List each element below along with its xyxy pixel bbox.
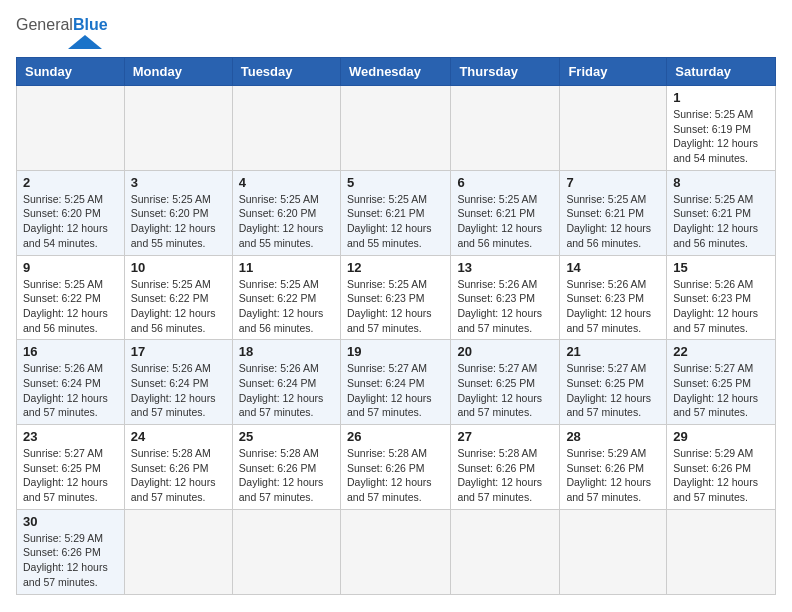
day-cell: 17Sunrise: 5:26 AM Sunset: 6:24 PM Dayli…	[124, 340, 232, 425]
day-cell: 5Sunrise: 5:25 AM Sunset: 6:21 PM Daylig…	[340, 170, 450, 255]
day-info: Sunrise: 5:25 AM Sunset: 6:20 PM Dayligh…	[239, 192, 334, 251]
day-cell	[124, 86, 232, 171]
day-number: 29	[673, 429, 769, 444]
header: GeneralBlue	[16, 16, 776, 49]
day-number: 6	[457, 175, 553, 190]
day-info: Sunrise: 5:27 AM Sunset: 6:25 PM Dayligh…	[566, 361, 660, 420]
weekday-header-friday: Friday	[560, 58, 667, 86]
day-number: 28	[566, 429, 660, 444]
day-cell: 20Sunrise: 5:27 AM Sunset: 6:25 PM Dayli…	[451, 340, 560, 425]
week-row-4: 23Sunrise: 5:27 AM Sunset: 6:25 PM Dayli…	[17, 425, 776, 510]
day-number: 20	[457, 344, 553, 359]
day-info: Sunrise: 5:26 AM Sunset: 6:23 PM Dayligh…	[673, 277, 769, 336]
weekday-header-sunday: Sunday	[17, 58, 125, 86]
day-cell	[232, 86, 340, 171]
day-cell	[17, 86, 125, 171]
day-number: 3	[131, 175, 226, 190]
calendar-table: SundayMondayTuesdayWednesdayThursdayFrid…	[16, 57, 776, 595]
day-number: 16	[23, 344, 118, 359]
day-info: Sunrise: 5:29 AM Sunset: 6:26 PM Dayligh…	[23, 531, 118, 590]
day-info: Sunrise: 5:29 AM Sunset: 6:26 PM Dayligh…	[566, 446, 660, 505]
day-number: 19	[347, 344, 444, 359]
week-row-5: 30Sunrise: 5:29 AM Sunset: 6:26 PM Dayli…	[17, 509, 776, 594]
day-cell: 26Sunrise: 5:28 AM Sunset: 6:26 PM Dayli…	[340, 425, 450, 510]
day-cell: 22Sunrise: 5:27 AM Sunset: 6:25 PM Dayli…	[667, 340, 776, 425]
day-number: 11	[239, 260, 334, 275]
day-info: Sunrise: 5:26 AM Sunset: 6:24 PM Dayligh…	[131, 361, 226, 420]
day-cell	[340, 86, 450, 171]
day-number: 15	[673, 260, 769, 275]
day-cell: 25Sunrise: 5:28 AM Sunset: 6:26 PM Dayli…	[232, 425, 340, 510]
day-cell	[451, 509, 560, 594]
day-cell: 7Sunrise: 5:25 AM Sunset: 6:21 PM Daylig…	[560, 170, 667, 255]
day-cell: 6Sunrise: 5:25 AM Sunset: 6:21 PM Daylig…	[451, 170, 560, 255]
logo: GeneralBlue	[16, 16, 108, 49]
day-info: Sunrise: 5:25 AM Sunset: 6:19 PM Dayligh…	[673, 107, 769, 166]
day-info: Sunrise: 5:26 AM Sunset: 6:23 PM Dayligh…	[566, 277, 660, 336]
day-number: 27	[457, 429, 553, 444]
day-number: 2	[23, 175, 118, 190]
day-cell: 14Sunrise: 5:26 AM Sunset: 6:23 PM Dayli…	[560, 255, 667, 340]
day-cell: 23Sunrise: 5:27 AM Sunset: 6:25 PM Dayli…	[17, 425, 125, 510]
day-cell: 29Sunrise: 5:29 AM Sunset: 6:26 PM Dayli…	[667, 425, 776, 510]
day-cell	[667, 509, 776, 594]
day-cell	[340, 509, 450, 594]
day-info: Sunrise: 5:26 AM Sunset: 6:24 PM Dayligh…	[23, 361, 118, 420]
day-cell	[124, 509, 232, 594]
day-info: Sunrise: 5:25 AM Sunset: 6:21 PM Dayligh…	[673, 192, 769, 251]
day-number: 22	[673, 344, 769, 359]
day-cell: 2Sunrise: 5:25 AM Sunset: 6:20 PM Daylig…	[17, 170, 125, 255]
day-info: Sunrise: 5:27 AM Sunset: 6:25 PM Dayligh…	[23, 446, 118, 505]
day-info: Sunrise: 5:25 AM Sunset: 6:23 PM Dayligh…	[347, 277, 444, 336]
week-row-2: 9Sunrise: 5:25 AM Sunset: 6:22 PM Daylig…	[17, 255, 776, 340]
weekday-header-tuesday: Tuesday	[232, 58, 340, 86]
day-info: Sunrise: 5:28 AM Sunset: 6:26 PM Dayligh…	[239, 446, 334, 505]
day-cell: 19Sunrise: 5:27 AM Sunset: 6:24 PM Dayli…	[340, 340, 450, 425]
day-number: 13	[457, 260, 553, 275]
day-info: Sunrise: 5:25 AM Sunset: 6:22 PM Dayligh…	[23, 277, 118, 336]
day-cell: 1Sunrise: 5:25 AM Sunset: 6:19 PM Daylig…	[667, 86, 776, 171]
day-cell: 15Sunrise: 5:26 AM Sunset: 6:23 PM Dayli…	[667, 255, 776, 340]
day-info: Sunrise: 5:28 AM Sunset: 6:26 PM Dayligh…	[457, 446, 553, 505]
day-cell: 24Sunrise: 5:28 AM Sunset: 6:26 PM Dayli…	[124, 425, 232, 510]
day-cell: 4Sunrise: 5:25 AM Sunset: 6:20 PM Daylig…	[232, 170, 340, 255]
svg-marker-0	[68, 35, 102, 49]
day-info: Sunrise: 5:25 AM Sunset: 6:20 PM Dayligh…	[131, 192, 226, 251]
day-info: Sunrise: 5:27 AM Sunset: 6:25 PM Dayligh…	[673, 361, 769, 420]
day-cell	[560, 509, 667, 594]
day-number: 21	[566, 344, 660, 359]
day-number: 17	[131, 344, 226, 359]
day-info: Sunrise: 5:25 AM Sunset: 6:21 PM Dayligh…	[457, 192, 553, 251]
day-info: Sunrise: 5:27 AM Sunset: 6:25 PM Dayligh…	[457, 361, 553, 420]
weekday-header-wednesday: Wednesday	[340, 58, 450, 86]
day-cell	[232, 509, 340, 594]
day-cell: 16Sunrise: 5:26 AM Sunset: 6:24 PM Dayli…	[17, 340, 125, 425]
week-row-1: 2Sunrise: 5:25 AM Sunset: 6:20 PM Daylig…	[17, 170, 776, 255]
day-info: Sunrise: 5:25 AM Sunset: 6:20 PM Dayligh…	[23, 192, 118, 251]
day-cell: 13Sunrise: 5:26 AM Sunset: 6:23 PM Dayli…	[451, 255, 560, 340]
day-info: Sunrise: 5:26 AM Sunset: 6:24 PM Dayligh…	[239, 361, 334, 420]
day-info: Sunrise: 5:27 AM Sunset: 6:24 PM Dayligh…	[347, 361, 444, 420]
day-cell	[560, 86, 667, 171]
week-row-3: 16Sunrise: 5:26 AM Sunset: 6:24 PM Dayli…	[17, 340, 776, 425]
day-info: Sunrise: 5:25 AM Sunset: 6:21 PM Dayligh…	[347, 192, 444, 251]
day-cell: 11Sunrise: 5:25 AM Sunset: 6:22 PM Dayli…	[232, 255, 340, 340]
day-info: Sunrise: 5:28 AM Sunset: 6:26 PM Dayligh…	[347, 446, 444, 505]
day-info: Sunrise: 5:25 AM Sunset: 6:22 PM Dayligh…	[239, 277, 334, 336]
day-number: 8	[673, 175, 769, 190]
day-number: 25	[239, 429, 334, 444]
day-number: 7	[566, 175, 660, 190]
day-info: Sunrise: 5:25 AM Sunset: 6:21 PM Dayligh…	[566, 192, 660, 251]
day-number: 9	[23, 260, 118, 275]
day-cell: 28Sunrise: 5:29 AM Sunset: 6:26 PM Dayli…	[560, 425, 667, 510]
day-cell: 9Sunrise: 5:25 AM Sunset: 6:22 PM Daylig…	[17, 255, 125, 340]
day-cell: 12Sunrise: 5:25 AM Sunset: 6:23 PM Dayli…	[340, 255, 450, 340]
weekday-header-saturday: Saturday	[667, 58, 776, 86]
day-number: 12	[347, 260, 444, 275]
day-cell: 30Sunrise: 5:29 AM Sunset: 6:26 PM Dayli…	[17, 509, 125, 594]
day-info: Sunrise: 5:25 AM Sunset: 6:22 PM Dayligh…	[131, 277, 226, 336]
day-info: Sunrise: 5:28 AM Sunset: 6:26 PM Dayligh…	[131, 446, 226, 505]
day-number: 4	[239, 175, 334, 190]
day-cell: 21Sunrise: 5:27 AM Sunset: 6:25 PM Dayli…	[560, 340, 667, 425]
week-row-0: 1Sunrise: 5:25 AM Sunset: 6:19 PM Daylig…	[17, 86, 776, 171]
